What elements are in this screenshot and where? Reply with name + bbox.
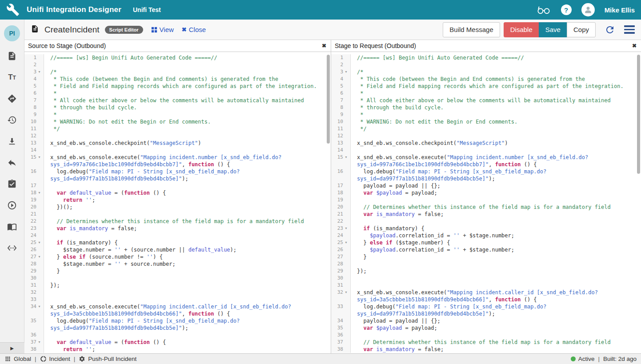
clipboard-check-icon[interactable] [7,179,17,189]
fold-marker-icon[interactable]: ▾ [343,154,349,168]
code-text: log.debug("Field map: PI - String [x_snd… [44,317,331,332]
code-text: * through the build cycle. [44,104,331,111]
code-line: 4 * This code (between the Begin and End… [331,76,641,83]
fold-marker-icon[interactable]: ▾ [36,189,42,196]
code-text: * [351,90,641,97]
play-circle-icon[interactable] [7,200,17,210]
help-icon[interactable]: ? [561,4,572,15]
code-text: var is_mandatory = false; [351,211,641,218]
code-text: /* [351,68,641,76]
scrollbar-thumb[interactable] [327,55,330,144]
close-button[interactable]: ✖ Close [182,26,206,33]
line-number: 8 [27,104,36,111]
code-line: 11 */ [24,125,331,132]
download-icon[interactable] [7,136,17,146]
code-text: /* [44,68,331,76]
grid-icon [151,27,157,33]
panel-title: Source to Stage (Outbound) [28,42,106,49]
code-editor[interactable]: 1//===== [ws] Begin Unifi Auto Generated… [331,52,641,353]
line-gutter: 4 [331,76,351,83]
directions-icon[interactable] [7,94,17,104]
line-gutter: 37 [331,339,351,346]
fold-marker-icon[interactable]: ▾ [343,68,349,76]
code-line: 35 log.debug("Field map: PI - String [x_… [24,317,331,332]
reply-icon[interactable] [7,158,17,168]
code-editor[interactable]: 1//===== [ws] Begin Unifi Auto Generated… [24,52,331,353]
copy-button[interactable]: Copy [567,22,596,37]
line-gutter: 31 [24,282,44,289]
save-button[interactable]: Save [539,22,567,37]
fold-marker-icon[interactable]: ▾ [343,239,349,246]
line-number: 27 [333,253,343,260]
record-item[interactable]: Incident [40,356,70,362]
line-gutter: 21 [24,211,44,218]
user-name[interactable]: Mike Ellis [605,6,635,14]
code-line: 2 [331,61,641,68]
sidebar-expand-button[interactable]: ▶ [0,342,24,353]
line-gutter: 6 [24,90,44,97]
history-icon[interactable] [7,115,17,125]
line-gutter: 26 [24,246,44,253]
fold-spacer [36,196,42,204]
wrench-icon[interactable] [6,3,20,16]
line-number: 15 [27,154,36,168]
code-line: 27 } [331,253,641,260]
text-fields-icon[interactable]: TT [8,72,16,82]
code-text: * Field and Field mapping records which … [351,83,641,90]
fold-marker-icon[interactable]: ▾ [36,154,42,168]
user-avatar[interactable] [581,3,595,16]
menu-button[interactable] [624,25,635,34]
fold-spacer [36,76,42,83]
code-line: 28 [331,260,641,268]
code-text [351,218,641,225]
integration-item[interactable]: Push-Pull Incident [79,356,136,362]
code-text: * [351,111,641,118]
line-number: 5 [27,83,36,90]
fold-marker-icon[interactable]: ▾ [36,303,42,317]
fold-marker-icon[interactable]: ▾ [343,289,349,303]
code-text [44,147,331,154]
fold-spacer [36,225,42,232]
fold-spacer [36,118,42,125]
refresh-button[interactable] [605,24,615,35]
build-message-button[interactable]: Build Message [443,22,500,37]
book-icon[interactable] [7,222,17,232]
fold-marker-icon[interactable]: ▾ [36,253,42,260]
document-header: CreateIncident Script Editor View ✖ Clos… [24,20,641,40]
fold-spacer [343,97,349,104]
line-gutter: 11 [331,125,351,132]
integration-avatar[interactable]: PI [4,25,20,41]
code-icon[interactable] [7,243,17,253]
code-text: x_snd_eb.ws_console.checkpoint("MessageS… [44,140,331,147]
fold-marker-icon[interactable]: ▾ [36,68,42,76]
code-line: 11 */ [331,125,641,132]
code-text: } [44,268,331,275]
code-line: 35 var $payload = payload; [331,324,641,332]
document-icon[interactable] [7,51,17,61]
fold-marker-icon[interactable]: ▾ [36,239,42,246]
line-number: 7 [27,97,36,104]
panel-close-icon[interactable]: ✖ [632,43,637,49]
line-gutter: 21 [331,211,351,218]
line-gutter: 30 [331,275,351,282]
disable-button[interactable]: Disable [504,22,539,37]
code-text [351,196,641,204]
fold-spacer [343,182,349,189]
line-gutter: 33 [24,296,44,303]
code-line: 31}); [24,282,331,289]
code-line: 27▾ } else if (source.number != '') { [24,253,331,260]
line-number: 29 [27,268,36,275]
panel-close-icon[interactable]: ✖ [322,43,326,49]
scope-item[interactable]: Global [4,356,31,362]
view-button[interactable]: View [151,26,174,33]
line-gutter: 1 [24,54,44,61]
code-text: $payload.correlation_id = '' + $stage.nu… [351,246,641,253]
fold-marker-icon[interactable]: ▾ [343,225,349,232]
code-line: 17 payload = payload || {}; [331,182,641,189]
line-gutter: 5 [24,83,44,90]
code-text [44,211,331,218]
scrollbar-thumb[interactable] [637,55,640,174]
apps-grid-icon [4,356,11,362]
glasses-icon[interactable] [536,5,551,15]
fold-marker-icon[interactable]: ▾ [36,339,42,346]
